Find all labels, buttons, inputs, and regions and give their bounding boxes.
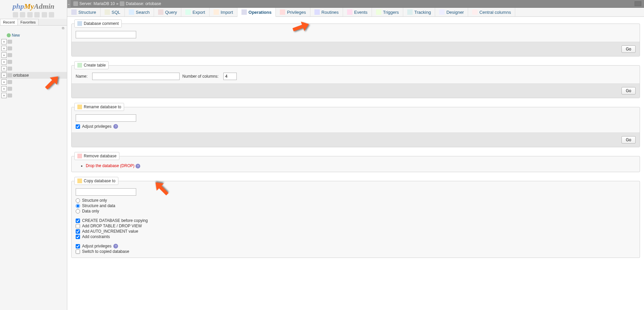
database-icon: [7, 60, 12, 64]
section-copy-db: Copy database to Structure only Structur…: [71, 177, 640, 258]
breadcrumb-server[interactable]: Server: MariaDB 10: [79, 1, 115, 6]
server-icon: [73, 1, 78, 6]
tab-privileges[interactable]: Privileges: [276, 8, 310, 16]
tree-db-item[interactable]: +: [0, 38, 67, 45]
adjust-privileges-checkbox[interactable]: [76, 124, 80, 129]
query-icon: [158, 9, 163, 15]
tab-export[interactable]: Export: [181, 8, 210, 16]
database-icon: [7, 87, 12, 91]
collapse-top-icon[interactable]: [635, 1, 641, 6]
help-icon[interactable]: ?: [113, 244, 118, 248]
database-icon: [7, 67, 12, 71]
tree-db-item[interactable]: +: [0, 59, 67, 65]
database-icon: [7, 53, 12, 57]
tab-operations[interactable]: Operations: [237, 8, 276, 17]
sql-icon[interactable]: [34, 12, 40, 17]
expand-icon[interactable]: +: [1, 66, 7, 71]
tab-designer[interactable]: Designer: [435, 8, 468, 16]
section-remove-db: Remove database Drop the database (DROP)…: [71, 152, 640, 172]
database-icon: [120, 1, 124, 6]
expand-icon[interactable]: +: [1, 59, 7, 65]
new-icon: [7, 33, 11, 37]
tab-sql[interactable]: SQL: [101, 8, 125, 16]
radio-structure-data[interactable]: [76, 204, 80, 208]
num-columns-input[interactable]: [223, 73, 237, 80]
operations-icon: [241, 9, 247, 15]
tab-triggers[interactable]: Triggers: [372, 8, 403, 16]
tree-new[interactable]: New: [0, 32, 67, 38]
chk-switch-db[interactable]: [76, 249, 80, 254]
collapse-sidebar[interactable]: ←: [67, 0, 71, 8]
breadcrumb: Server: MariaDB 10 » Database: ortobase: [67, 0, 644, 8]
tab-events[interactable]: Events: [343, 8, 372, 16]
tree-db-item[interactable]: +: [0, 65, 67, 72]
import-icon: [214, 9, 219, 15]
privileges-icon: [280, 9, 285, 15]
structure-icon: [71, 9, 77, 15]
expand-icon[interactable]: +: [1, 46, 7, 51]
tab-recent[interactable]: Recent: [0, 19, 18, 25]
expand-icon[interactable]: +: [1, 73, 7, 78]
chk-create-db[interactable]: [76, 219, 80, 223]
tab-tracking[interactable]: Tracking: [403, 8, 435, 16]
legend-create-table: Create table: [74, 61, 109, 69]
triggers-icon: [376, 9, 381, 15]
chk-drop-table[interactable]: [76, 224, 80, 228]
logo[interactable]: phpMyAdmin: [0, 0, 67, 11]
tab-favorites[interactable]: Favorites: [17, 19, 39, 25]
tree-db-selected[interactable]: +ortobase: [0, 72, 67, 79]
sidebar: phpMyAdmin Recent Favorites ⧉ New ++++++…: [0, 0, 67, 310]
pencil-icon: [77, 179, 82, 183]
go-button-rename[interactable]: Go: [621, 136, 636, 144]
radio-data-only[interactable]: [76, 209, 80, 214]
link-icon[interactable]: ⧉: [0, 26, 67, 31]
expand-icon[interactable]: +: [1, 86, 7, 91]
db-tree: New ++++++ortobase+++: [0, 31, 67, 100]
tree-db-item[interactable]: +: [0, 85, 67, 92]
rename-input[interactable]: [76, 114, 136, 122]
help-icon[interactable]: ?: [113, 124, 118, 129]
tree-db-item[interactable]: +: [0, 79, 67, 85]
routines-icon: [314, 9, 320, 15]
radio-structure-only[interactable]: [76, 198, 80, 203]
expand-icon[interactable]: +: [1, 79, 7, 85]
tab-routines[interactable]: Routines: [310, 8, 343, 16]
cols-label: Number of columns:: [182, 74, 218, 79]
drop-database-link[interactable]: Drop the database (DROP): [86, 163, 135, 168]
table-name-input[interactable]: [92, 73, 180, 80]
events-icon: [347, 9, 352, 15]
copy-db-input[interactable]: [76, 188, 136, 196]
chk-auto-increment[interactable]: [76, 229, 80, 234]
logout-icon[interactable]: [20, 12, 25, 17]
db-comment-input[interactable]: [76, 31, 136, 38]
tab-central[interactable]: Central columns: [468, 8, 515, 16]
expand-icon[interactable]: +: [1, 39, 7, 44]
docs-icon[interactable]: [27, 12, 33, 17]
tab-import[interactable]: Import: [210, 8, 237, 16]
database-icon: [7, 46, 12, 50]
reload-icon[interactable]: [42, 12, 47, 17]
tree-db-item[interactable]: +: [0, 52, 67, 59]
settings-icon[interactable]: [49, 12, 54, 17]
home-icon[interactable]: [13, 12, 18, 17]
tab-search[interactable]: Search: [125, 8, 154, 16]
expand-icon[interactable]: +: [1, 52, 7, 58]
chk-constraints[interactable]: [76, 235, 80, 239]
comment-icon: [77, 21, 82, 26]
tree-db-item[interactable]: +: [0, 45, 67, 52]
breadcrumb-database[interactable]: Database: ortobase: [126, 1, 161, 6]
database-icon: [7, 80, 12, 84]
legend-remove-db: Remove database: [74, 152, 119, 160]
search-icon: [129, 9, 134, 15]
tree-db-item[interactable]: +: [0, 92, 67, 99]
legend-db-comment: Database comment: [74, 20, 122, 28]
designer-icon: [439, 9, 445, 15]
expand-icon[interactable]: +: [1, 93, 7, 98]
name-label: Name:: [76, 74, 87, 79]
chk-adjust-privileges-copy[interactable]: [76, 244, 80, 248]
go-button-comment[interactable]: Go: [621, 45, 636, 53]
go-button-create[interactable]: Go: [621, 87, 636, 94]
help-icon[interactable]: ?: [136, 164, 140, 168]
tab-structure[interactable]: Structure: [67, 8, 101, 16]
tab-query[interactable]: Query: [154, 8, 181, 16]
